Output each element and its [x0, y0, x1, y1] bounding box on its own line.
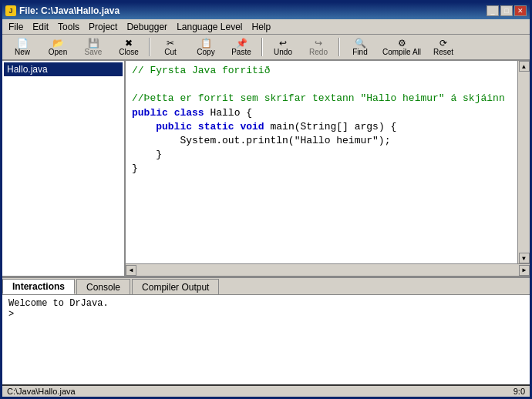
- find-icon: 🔍: [355, 39, 366, 48]
- window-controls: _ □ ✕: [487, 5, 527, 16]
- code-line-7: }: [132, 149, 162, 160]
- save-label: Save: [85, 49, 103, 56]
- menu-tools[interactable]: Tools: [53, 20, 84, 34]
- toolbar-sep-2: [261, 38, 263, 56]
- menu-edit[interactable]: Edit: [28, 20, 53, 34]
- horizontal-scrollbar[interactable]: ◀ ▶: [126, 263, 530, 276]
- open-label: Open: [49, 49, 67, 56]
- compile-icon: ⚙: [398, 39, 406, 48]
- toolbar-sep-1: [149, 38, 150, 56]
- tab-console[interactable]: Console: [76, 279, 130, 294]
- maximize-button[interactable]: □: [500, 5, 513, 16]
- redo-button: ↪ Redo: [301, 36, 335, 58]
- reset-button[interactable]: ⟳ Reset: [426, 36, 460, 58]
- paste-icon: 📌: [236, 39, 247, 48]
- bottom-section: Interactions Console Compiler Output Wel…: [2, 277, 530, 384]
- cut-button[interactable]: ✂ Cut: [153, 36, 187, 58]
- paste-label: Paste: [231, 49, 251, 56]
- editor-scroll-container: // Fyrsta Java forritið //Þetta er forri…: [126, 61, 530, 263]
- reset-icon: ⟳: [439, 39, 447, 48]
- console-prompt: >: [8, 309, 524, 320]
- console-output[interactable]: Welcome to DrJava. >: [2, 295, 530, 384]
- reset-label: Reset: [433, 49, 453, 56]
- cut-label: Cut: [164, 49, 177, 56]
- scroll-left-button[interactable]: ◀: [126, 265, 136, 276]
- title-bar-left: J File: C:\Java\Hallo.java: [5, 5, 120, 16]
- code-line-8: }: [132, 163, 138, 174]
- copy-label: Copy: [197, 49, 214, 56]
- new-button[interactable]: 📄 New: [5, 36, 39, 58]
- tab-bar: Interactions Console Compiler Output: [2, 278, 530, 295]
- paste-button[interactable]: 📌 Paste: [224, 36, 258, 58]
- minimize-button[interactable]: _: [487, 5, 499, 16]
- tab-compiler-output[interactable]: Compiler Output: [132, 279, 219, 294]
- menu-language-level[interactable]: Language Level: [172, 20, 247, 34]
- code-editor[interactable]: // Fyrsta Java forritið //Þetta er forri…: [126, 61, 517, 263]
- console-line-1: Welcome to DrJava.: [8, 298, 524, 309]
- undo-label: Undo: [274, 49, 292, 56]
- compile-button[interactable]: ⚙ Compile All: [379, 36, 425, 58]
- close-button[interactable]: ✕: [514, 5, 527, 16]
- redo-icon: ↪: [315, 39, 322, 48]
- scroll-right-button[interactable]: ▶: [519, 265, 530, 276]
- menu-project[interactable]: Project: [84, 20, 122, 34]
- status-position: 9:0: [513, 387, 525, 396]
- title-bar: J File: C:\Java\Hallo.java _ □ ✕: [2, 2, 530, 19]
- editor-area: Hallo.java // Fyrsta Java forritið //Þet…: [2, 61, 530, 277]
- open-icon: 📂: [52, 39, 64, 48]
- code-line-6: System.out.println("Hallo heimur");: [132, 135, 390, 146]
- close-file-icon: ✖: [125, 39, 133, 48]
- close-file-label: Close: [119, 49, 139, 56]
- menu-file[interactable]: File: [4, 20, 28, 34]
- close-file-button[interactable]: ✖ Close: [112, 36, 146, 58]
- undo-icon: ↩: [279, 39, 287, 48]
- scroll-down-button[interactable]: ▼: [519, 253, 530, 263]
- editor-column: // Fyrsta Java forritið //Þetta er forri…: [126, 61, 530, 276]
- code-line-3: //Þetta er forrit sem skrifar textann "H…: [132, 92, 505, 104]
- code-content: // Fyrsta Java forritið //Þetta er forri…: [126, 61, 517, 263]
- undo-button[interactable]: ↩ Undo: [266, 36, 300, 58]
- code-line-5: public static void main(String[] args) {: [132, 121, 396, 132]
- window-title: File: C:\Java\Hallo.java: [19, 5, 120, 16]
- file-panel: Hallo.java: [2, 61, 126, 276]
- status-bar: C:\Java\Hallo.java 9:0: [2, 384, 530, 397]
- find-label: Find: [352, 49, 367, 56]
- content-area: Hallo.java // Fyrsta Java forritið //Þet…: [2, 61, 530, 384]
- status-file-path: C:\Java\Hallo.java: [7, 387, 76, 396]
- open-button[interactable]: 📂 Open: [41, 36, 75, 58]
- redo-label: Redo: [309, 49, 328, 56]
- compile-label: Compile All: [382, 49, 421, 56]
- app-icon: J: [5, 5, 16, 16]
- save-icon: 💾: [88, 39, 99, 48]
- copy-button[interactable]: 📋 Copy: [189, 36, 223, 58]
- scroll-up-button[interactable]: ▲: [519, 61, 530, 72]
- toolbar-sep-3: [338, 38, 340, 56]
- menu-bar: File Edit Tools Project Debugger Languag…: [2, 19, 530, 35]
- find-button[interactable]: 🔍 Find: [343, 36, 377, 58]
- code-line-4: public class Hallo {: [132, 107, 252, 119]
- tab-interactions[interactable]: Interactions: [2, 279, 75, 294]
- cut-icon: ✂: [167, 39, 174, 48]
- menu-debugger[interactable]: Debugger: [122, 20, 172, 34]
- scroll-track-v: [518, 72, 530, 253]
- vertical-scrollbar[interactable]: ▲ ▼: [517, 61, 530, 263]
- main-window: J File: C:\Java\Hallo.java _ □ ✕ File Ed…: [0, 0, 532, 399]
- file-item[interactable]: Hallo.java: [4, 62, 123, 76]
- new-label: New: [15, 49, 30, 56]
- code-line-1: // Fyrsta Java forritið: [132, 65, 270, 76]
- toolbar: 📄 New 📂 Open 💾 Save ✖ Close ✂ Cut 📋 Copy…: [2, 35, 530, 61]
- new-icon: 📄: [17, 39, 29, 48]
- copy-icon: 📋: [200, 39, 212, 48]
- save-button: 💾 Save: [76, 36, 110, 58]
- menu-help[interactable]: Help: [247, 20, 276, 34]
